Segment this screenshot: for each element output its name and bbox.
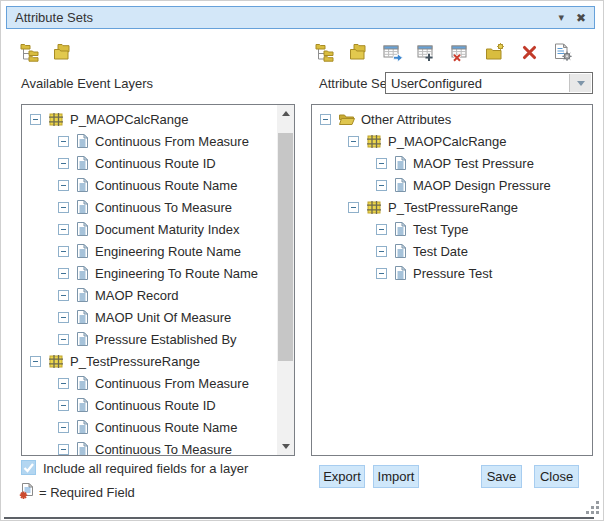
checkmark-icon xyxy=(22,461,35,474)
collapse-expander[interactable] xyxy=(58,400,69,411)
close-button[interactable]: Close xyxy=(534,465,579,488)
resize-grip[interactable] xyxy=(586,501,599,514)
tree-item[interactable]: Pressure Established By xyxy=(22,328,277,350)
collapse-expander[interactable] xyxy=(58,224,69,235)
dropdown-arrow-button[interactable] xyxy=(569,74,591,92)
vertical-scrollbar[interactable] xyxy=(277,105,294,455)
tree-item[interactable]: Test Date xyxy=(312,240,592,262)
collapse-expander[interactable] xyxy=(58,378,69,389)
tree-item-label: MAOP Design Pressure xyxy=(413,178,551,193)
include-required-fields-label: Include all required fields for a layer xyxy=(43,461,248,476)
collapse-expander[interactable] xyxy=(58,158,69,169)
field-icon xyxy=(76,419,89,435)
tree-item[interactable]: Continuous To Measure xyxy=(22,438,277,455)
collapse-expander[interactable] xyxy=(58,290,69,301)
collapse-expander[interactable] xyxy=(58,268,69,279)
tree-item-label: Continuous To Measure xyxy=(95,442,232,456)
collapse-expander[interactable] xyxy=(376,224,387,235)
layer-icon xyxy=(48,112,64,127)
tree-item-label: Continuous From Measure xyxy=(95,376,249,391)
field-icon xyxy=(76,133,89,149)
collapse-folders-button[interactable] xyxy=(349,42,369,62)
arrow-up-icon xyxy=(282,107,290,116)
tree-item[interactable]: Continuous To Measure xyxy=(22,196,277,218)
tree-item-label: Continuous Route Name xyxy=(95,420,237,435)
collapse-expander[interactable] xyxy=(376,158,387,169)
expand-tree-button[interactable] xyxy=(315,42,335,62)
table-load-icon xyxy=(383,43,403,62)
tree-item[interactable]: Continuous Route ID xyxy=(22,152,277,174)
expand-tree-button[interactable] xyxy=(20,42,40,62)
collapse-expander[interactable] xyxy=(58,444,69,455)
tree-item[interactable]: Other Attributes xyxy=(312,108,592,130)
tree-item[interactable]: Engineering Route Name xyxy=(22,240,277,262)
attribute-set-dropdown[interactable]: UserConfigured xyxy=(385,72,593,94)
layer-icon xyxy=(48,354,64,369)
close-icon[interactable]: ✖ xyxy=(576,12,586,24)
expand-tree-icon xyxy=(315,43,335,62)
tree-item-label: Continuous From Measure xyxy=(95,134,249,149)
tree-item[interactable]: Continuous Route ID xyxy=(22,394,277,416)
table-add-button[interactable] xyxy=(417,42,437,62)
tree-item[interactable]: P_MAOPCalcRange xyxy=(312,130,592,152)
collapse-expander[interactable] xyxy=(320,114,331,125)
collapse-expander[interactable] xyxy=(58,136,69,147)
export-button[interactable]: Export xyxy=(319,465,365,488)
collapse-expander[interactable] xyxy=(58,202,69,213)
table-load-button[interactable] xyxy=(383,42,403,62)
tree-item[interactable]: MAOP Unit Of Measure xyxy=(22,306,277,328)
required-field-legend: = Required Field xyxy=(39,485,135,500)
tree-item[interactable]: Engineering To Route Name xyxy=(22,262,277,284)
tree-item[interactable]: Test Type xyxy=(312,218,592,240)
scrollbar-thumb[interactable] xyxy=(278,133,293,361)
properties-button[interactable] xyxy=(553,42,573,62)
available-layers-panel: P_MAOPCalcRangeContinuous From MeasureCo… xyxy=(21,104,295,456)
tree-item[interactable]: MAOP Test Pressure xyxy=(312,152,592,174)
collapse-expander[interactable] xyxy=(58,180,69,191)
collapse-expander[interactable] xyxy=(58,334,69,345)
available-event-layers-label: Available Event Layers xyxy=(21,76,153,91)
collapse-expander[interactable] xyxy=(348,202,359,213)
import-button[interactable]: Import xyxy=(373,465,419,488)
field-icon xyxy=(76,199,89,215)
scroll-up-button[interactable] xyxy=(277,105,294,122)
scroll-down-button[interactable] xyxy=(277,438,294,455)
collapse-expander[interactable] xyxy=(58,312,69,323)
collapse-expander[interactable] xyxy=(30,114,41,125)
tree-item-label: Test Date xyxy=(413,244,468,259)
delete-button[interactable] xyxy=(519,42,539,62)
field-icon xyxy=(394,155,407,171)
collapse-expander[interactable] xyxy=(376,268,387,279)
tree-item[interactable]: Document Maturity Index xyxy=(22,218,277,240)
include-required-fields-checkbox[interactable] xyxy=(21,460,36,475)
save-button[interactable]: Save xyxy=(481,465,522,488)
collapse-folders-icon xyxy=(53,43,73,61)
collapse-folders-button[interactable] xyxy=(53,42,73,62)
collapse-expander[interactable] xyxy=(58,422,69,433)
tree-item[interactable]: Pressure Test xyxy=(312,262,592,284)
tree-item[interactable]: P_MAOPCalcRange xyxy=(22,108,277,130)
tree-item[interactable]: Continuous From Measure xyxy=(22,372,277,394)
tree-item[interactable]: P_TestPressureRange xyxy=(22,350,277,372)
collapse-folders-icon xyxy=(349,43,369,61)
new-attribute-set-button[interactable] xyxy=(485,42,505,62)
attribute-set-label: Attribute Set: xyxy=(319,76,394,91)
collapse-expander[interactable] xyxy=(58,246,69,257)
tree-item[interactable]: P_TestPressureRange xyxy=(312,196,592,218)
collapse-expander[interactable] xyxy=(376,180,387,191)
collapse-expander[interactable] xyxy=(348,136,359,147)
tree-item[interactable]: MAOP Design Pressure xyxy=(312,174,592,196)
table-delete-button[interactable] xyxy=(451,42,471,62)
collapse-expander[interactable] xyxy=(30,356,41,367)
tree-item[interactable]: Continuous From Measure xyxy=(22,130,277,152)
tree-item[interactable]: Continuous Route Name xyxy=(22,416,277,438)
window-menu-icon[interactable]: ▾ xyxy=(558,12,564,23)
tree-item[interactable]: MAOP Record xyxy=(22,284,277,306)
tree-item[interactable]: Continuous Route Name xyxy=(22,174,277,196)
field-icon xyxy=(76,441,89,455)
tree-item-label: P_MAOPCalcRange xyxy=(388,134,507,149)
collapse-expander[interactable] xyxy=(376,246,387,257)
titlebar[interactable]: Attribute Sets ▾ ✖ xyxy=(6,6,595,29)
tree-item-label: Continuous Route Name xyxy=(95,178,237,193)
field-icon xyxy=(76,287,89,303)
